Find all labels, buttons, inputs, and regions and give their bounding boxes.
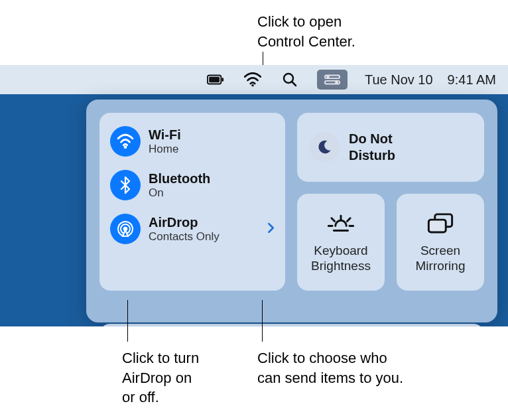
airdrop-subtitle: Contacts Only	[149, 230, 220, 244]
svg-line-16	[347, 218, 350, 222]
bottom-tile-partial	[99, 324, 484, 326]
svg-point-3	[251, 84, 253, 86]
svg-rect-1	[209, 77, 220, 82]
menu-bar-time[interactable]: 9:41 AM	[448, 72, 496, 88]
wifi-subtitle: Home	[149, 143, 181, 156]
callout-airdrop-toggle: Click to turnAirDrop onor off.	[122, 348, 199, 407]
airdrop-title: AirDrop	[149, 215, 220, 230]
svg-point-7	[326, 76, 330, 79]
keyboard-brightness-label: KeyboardBrightness	[311, 244, 371, 274]
keyboard-brightness-tile[interactable]: KeyboardBrightness	[297, 194, 385, 291]
bluetooth-subtitle: On	[149, 186, 210, 200]
callout-airdrop-chevron: Click to choose whocan send items to you…	[257, 348, 403, 387]
battery-icon[interactable]	[206, 72, 225, 88]
bluetooth-title: Bluetooth	[149, 171, 210, 186]
svg-line-5	[292, 82, 296, 86]
wifi-title: Wi-Fi	[149, 127, 181, 143]
wifi-row[interactable]: Wi-Fi Home	[107, 122, 277, 161]
chevron-right-icon[interactable]	[267, 222, 275, 237]
desktop-region: Tue Nov 10 9:41 AM Wi-Fi Home	[0, 65, 508, 326]
menu-bar-date[interactable]: Tue Nov 10	[365, 72, 433, 88]
spotlight-icon[interactable]	[280, 72, 300, 88]
dnd-title: Do NotDisturb	[349, 131, 395, 164]
control-center-panel: Wi-Fi Home Bluetooth On AirDrop	[86, 100, 497, 322]
dnd-tile[interactable]: Do NotDisturb	[297, 113, 484, 182]
connectivity-tile: Wi-Fi Home Bluetooth On AirDrop	[99, 113, 285, 291]
keyboard-brightness-icon	[328, 210, 354, 237]
svg-rect-21	[428, 220, 446, 232]
screen-mirroring-icon	[427, 210, 454, 237]
wifi-icon[interactable]	[243, 72, 263, 88]
control-center-icon[interactable]	[317, 70, 348, 90]
moon-icon	[309, 132, 340, 163]
airdrop-row[interactable]: AirDrop Contacts Only	[107, 210, 277, 248]
callout-line	[262, 300, 263, 342]
screen-mirroring-tile[interactable]: ScreenMirroring	[397, 194, 484, 291]
svg-rect-2	[222, 78, 223, 82]
callout-line	[127, 300, 128, 342]
airdrop-toggle-icon[interactable]	[110, 214, 141, 244]
bluetooth-row[interactable]: Bluetooth On	[107, 166, 277, 204]
svg-line-15	[332, 218, 335, 222]
callout-line	[263, 52, 263, 65]
svg-point-10	[124, 146, 127, 149]
screen-mirroring-label: ScreenMirroring	[416, 244, 466, 274]
svg-point-9	[335, 81, 338, 84]
callout-control-center: Click to openControl Center.	[257, 12, 355, 51]
wifi-toggle-icon[interactable]	[110, 126, 141, 157]
menu-bar: Tue Nov 10 9:41 AM	[0, 65, 508, 94]
bluetooth-toggle-icon[interactable]	[110, 170, 141, 200]
